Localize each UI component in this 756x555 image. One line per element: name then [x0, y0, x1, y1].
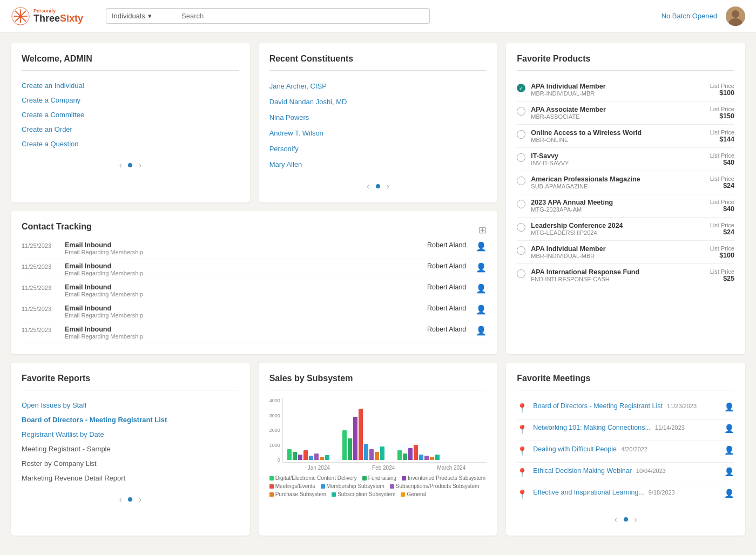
- constituent-link-4[interactable]: Personify: [269, 141, 487, 157]
- product-info-7: APA Individual MemberMBR-INDIVIDUAL-MBR: [531, 245, 704, 259]
- legend-dot-1: [362, 476, 367, 480]
- constituent-link-2[interactable]: Nina Powers: [269, 110, 487, 125]
- product-radio-6[interactable]: [517, 223, 525, 232]
- product-price-4: List Price$24: [710, 175, 734, 189]
- legend-dot-6: [269, 492, 274, 497]
- favorite-products-card: Favorite Products APA Individual MemberM…: [506, 43, 745, 354]
- constituent-link-0[interactable]: Jane Archer, CISP: [269, 78, 487, 94]
- no-batch-label[interactable]: No Batch Opened: [662, 12, 717, 20]
- contact-type-name-1: Email Inbound: [65, 262, 407, 270]
- welcome-link-4[interactable]: Create a Question: [22, 137, 239, 151]
- constituent-link-5[interactable]: Mary Allen: [269, 157, 487, 172]
- welcome-link-2[interactable]: Create a Committee: [22, 107, 239, 122]
- meeting-name-4[interactable]: Effective and Inspirational Learning...: [533, 489, 644, 496]
- contact-action-btn-3[interactable]: 👤: [476, 304, 487, 315]
- contact-action-btn-2[interactable]: 👤: [476, 283, 487, 294]
- contact-type-name-4: Email Inbound: [65, 326, 407, 333]
- contact-type-1: Email Inbound Email Regarding Membership: [65, 262, 407, 276]
- chart-bar-0-7: [325, 455, 329, 460]
- chart-main: Jan 2024Feb 2024March 2024: [282, 398, 487, 471]
- reports-prev-btn[interactable]: ‹: [117, 494, 124, 505]
- price-value-2: $144: [710, 136, 734, 143]
- contact-type-desc-0: Email Regarding Membership: [65, 249, 407, 255]
- contact-person-0: Robert Aland: [412, 241, 466, 249]
- product-code-1: MBR-ASSOCIATE: [531, 113, 704, 120]
- product-price-1: List Price$150: [710, 106, 734, 120]
- report-link-1[interactable]: Board of Directors - Meeting Registrant …: [22, 412, 239, 427]
- product-name-3: IT-Savvy: [531, 152, 704, 160]
- contact-type-3: Email Inbound Email Regarding Membership: [65, 304, 407, 319]
- recent-next-btn[interactable]: ›: [384, 181, 392, 192]
- product-item-0: APA Individual MemberMBR-INDIVIDUAL-MBRL…: [517, 78, 734, 101]
- product-price-6: List Price$24: [710, 222, 734, 236]
- product-radio-8[interactable]: [517, 269, 525, 278]
- product-item-3: IT-SavvyINV-IT-SAVVYList Price$40: [517, 148, 734, 171]
- contact-action-btn-1[interactable]: 👤: [476, 262, 487, 273]
- constituent-link-1[interactable]: David Nandan Joshi, MD: [269, 94, 487, 110]
- contact-action-btn-4[interactable]: 👤: [476, 326, 487, 336]
- meeting-name-3[interactable]: Ethical Decision Making Webinar: [533, 467, 632, 475]
- chart-wrapper: 40003000200010000 Jan 2024Feb 2024March …: [269, 398, 487, 471]
- meeting-action-btn-1[interactable]: 👤: [724, 424, 734, 434]
- legend-label-5: Subscriptions/Products Subsystem: [396, 483, 480, 489]
- meeting-action-btn-4[interactable]: 👤: [724, 489, 734, 498]
- welcome-next-btn[interactable]: ›: [137, 160, 144, 171]
- product-radio-5[interactable]: [517, 200, 525, 208]
- product-radio-1[interactable]: [517, 107, 525, 116]
- favorite-products-title: Favorite Products: [517, 54, 734, 71]
- contact-row-2: 11/25/2023 Email Inbound Email Regarding…: [22, 280, 487, 301]
- contact-action-btn-0[interactable]: 👤: [476, 241, 487, 252]
- product-price-3: List Price$40: [710, 152, 734, 166]
- logo-icon: [11, 6, 30, 26]
- meeting-item-3: 📍 Ethical Decision Making Webinar 10/04/…: [517, 463, 734, 484]
- welcome-link-3[interactable]: Create an Order: [22, 122, 239, 137]
- search-type-dropdown[interactable]: Individuals ▾: [106, 8, 176, 24]
- legend-dot-5: [390, 484, 394, 489]
- meeting-icon-3: 📍: [517, 468, 529, 479]
- product-item-1: APA Associate MemberMBR-ASSOCIATEList Pr…: [517, 101, 734, 125]
- product-code-8: FND-INTLRESPONSE-CASH: [531, 276, 704, 282]
- chart-bar-0-5: [314, 454, 319, 460]
- avatar-icon: [726, 6, 745, 26]
- search-input[interactable]: [176, 8, 430, 24]
- meeting-action-btn-2[interactable]: 👤: [724, 445, 734, 455]
- meeting-name-0[interactable]: Board of Directors - Meeting Registrant …: [533, 402, 663, 410]
- product-info-4: American Professionals MagazineSUB-APAMA…: [531, 175, 704, 189]
- product-radio-2[interactable]: [517, 130, 525, 139]
- welcome-link-0[interactable]: Create an Individual: [22, 78, 239, 93]
- meeting-name-1[interactable]: Networking 101: Making Connections...: [533, 424, 650, 431]
- main-content: Welcome, ADMIN Create an IndividualCreat…: [0, 32, 756, 546]
- product-radio-3[interactable]: [517, 153, 525, 162]
- user-avatar[interactable]: [726, 6, 745, 26]
- meeting-action-btn-3[interactable]: 👤: [724, 467, 734, 477]
- product-name-7: APA Individual Member: [531, 245, 704, 253]
- welcome-link-1[interactable]: Create a Company: [22, 93, 239, 107]
- constituent-link-3[interactable]: Andrew T. Wilson: [269, 125, 487, 141]
- product-radio-0[interactable]: [517, 84, 525, 92]
- reports-next-btn[interactable]: ›: [137, 494, 144, 505]
- chart-bar-0-6: [320, 457, 324, 460]
- contact-tracking-title: Contact Tracking: [22, 222, 92, 238]
- contact-row-1: 11/25/2023 Email Inbound Email Regarding…: [22, 259, 487, 280]
- legend-label-3: Meetings/Events: [275, 483, 315, 489]
- price-label-5: List Price: [710, 199, 734, 205]
- report-link-2[interactable]: Registrant Waitlist by Date: [22, 427, 239, 442]
- report-link-0[interactable]: Open Issues by Staff: [22, 398, 239, 412]
- header: Personify ThreeSixty Individuals ▾ No Ba…: [0, 0, 756, 32]
- meeting-action-btn-0[interactable]: 👤: [724, 402, 734, 412]
- recent-pagination: ‹ ›: [269, 181, 487, 192]
- product-radio-7[interactable]: [517, 246, 525, 255]
- meetings-next-btn[interactable]: ›: [632, 514, 639, 525]
- product-item-6: Leadership Conference 2024MTG-LEADERSHIP…: [517, 218, 734, 241]
- meeting-name-2[interactable]: Dealing with Difficult People: [533, 445, 617, 453]
- recent-prev-btn[interactable]: ‹: [364, 181, 372, 192]
- meetings-prev-btn[interactable]: ‹: [612, 514, 619, 525]
- logo-text: Personify ThreeSixty: [33, 9, 83, 23]
- chart-container: 40003000200010000 Jan 2024Feb 2024March …: [269, 398, 487, 497]
- contact-date-0: 11/25/2023: [22, 241, 59, 249]
- grid-view-icon[interactable]: ⊞: [478, 224, 487, 236]
- product-radio-4[interactable]: [517, 177, 525, 185]
- chart-bar-2-6: [430, 457, 434, 460]
- meeting-date-4: 9/18/2023: [649, 489, 675, 496]
- welcome-prev-btn[interactable]: ‹: [117, 160, 124, 171]
